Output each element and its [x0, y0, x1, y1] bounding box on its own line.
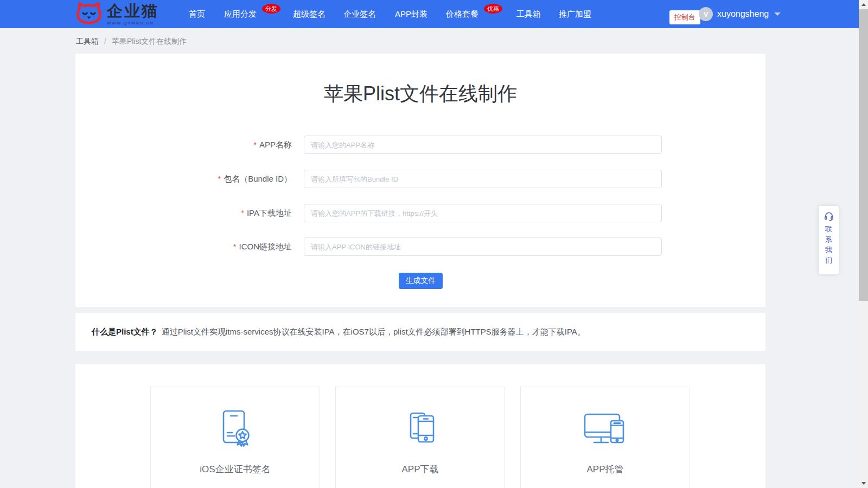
required-asterisk: * [254, 140, 257, 149]
nav-item-promotion[interactable]: 推广加盟 [559, 0, 591, 28]
dual-phones-icon [398, 407, 443, 454]
form-row-icon-url: *ICON链接地址 [75, 237, 765, 256]
info-description: 通过Plist文件实现itms-services协议在线安装IPA，在iOS7以… [162, 327, 585, 337]
bundle-id-label: *包名（Bundle ID） [218, 170, 292, 188]
nav-item-app-distribution[interactable]: 应用分发 [224, 0, 257, 28]
breadcrumb: 工具箱 / 苹果Plist文件在线制作 [76, 37, 187, 47]
ipa-url-label: *IPA下载地址 [241, 204, 292, 222]
feature-label: APP下载 [336, 463, 505, 476]
user-menu[interactable]: V xuyongsheng [699, 0, 781, 28]
generate-file-button[interactable]: 生成文件 [399, 273, 443, 289]
monitor-phone-icon [579, 407, 631, 454]
form-row-app-name: *APP名称 [75, 136, 765, 154]
breadcrumb-toolbox[interactable]: 工具箱 [76, 37, 99, 47]
contact-label-char: 联 [825, 224, 832, 234]
plist-form-card: 苹果Plist文件在线制作 *APP名称 *包名（Bundle ID） *IPA… [75, 54, 765, 307]
nav-item-super-sign[interactable]: 超级签名 [293, 0, 326, 28]
triangle-up-icon [861, 3, 866, 6]
breadcrumb-current: 苹果Plist文件在线制作 [112, 37, 187, 47]
app-name-input[interactable] [304, 136, 662, 154]
triangle-down-icon [861, 482, 866, 485]
avatar: V [699, 7, 713, 21]
app-name-label: *APP名称 [254, 136, 292, 154]
discount-badge: 优惠 [484, 4, 502, 14]
required-asterisk: * [218, 175, 221, 183]
chevron-down-icon [774, 12, 781, 16]
username: xuyongsheng [717, 9, 769, 19]
feature-card-ios-certificate-sign[interactable]: iOS企业证书签名 [150, 387, 320, 488]
breadcrumb-separator: / [104, 37, 106, 47]
scrollbar-thumb[interactable] [859, 9, 868, 301]
form-row-bundle-id: *包名（Bundle ID） [75, 170, 765, 188]
page-title: 苹果Plist文件在线制作 [75, 81, 765, 107]
feature-label: iOS企业证书签名 [151, 463, 320, 476]
nav-item-pricing[interactable]: 价格套餐 [446, 0, 478, 28]
vertical-scrollbar [859, 0, 868, 488]
related-services-section: iOS企业证书签名 APP下载 [75, 364, 765, 488]
plist-info-card: 什么是Plist文件？ 通过Plist文件实现itms-services协议在线… [75, 313, 765, 351]
feature-card-app-hosting[interactable]: APP托管 [520, 387, 690, 488]
info-title: 什么是Plist文件？ [92, 327, 158, 337]
headset-icon [824, 211, 834, 222]
console-button[interactable]: 控制台 [669, 10, 700, 24]
feature-card-app-download[interactable]: APP下载 [335, 387, 505, 488]
top-navbar: 企业猫 WWW.QYMAO.CN 首页 应用分发 超级签名 企业签名 APP封装… [0, 0, 859, 28]
nav-item-enterprise-sign[interactable]: 企业签名 [343, 0, 376, 28]
contact-label-char: 我 [825, 245, 832, 255]
cat-logo-icon [76, 1, 102, 28]
distribution-badge: 分发 [262, 4, 280, 14]
bundle-id-input[interactable] [304, 170, 662, 188]
feature-label: APP托管 [521, 463, 690, 476]
logo-title: 企业猫 [107, 3, 159, 19]
form-row-ipa-url: *IPA下载地址 [75, 204, 765, 222]
contact-label-char: 系 [825, 234, 832, 245]
icon-url-label: *ICON链接地址 [233, 237, 292, 256]
ipa-url-input[interactable] [304, 204, 662, 222]
contact-us-widget[interactable]: 联 系 我 们 [819, 206, 839, 274]
scroll-up-button[interactable] [859, 0, 868, 9]
nav-item-app-package[interactable]: APP封装 [395, 0, 427, 28]
scroll-down-button[interactable] [859, 479, 868, 488]
logo-subtitle: WWW.QYMAO.CN [107, 21, 159, 25]
required-asterisk: * [233, 242, 236, 251]
contact-label-char: 们 [825, 255, 832, 265]
nav-item-home[interactable]: 首页 [189, 0, 205, 28]
nav-item-toolbox[interactable]: 工具箱 [516, 0, 541, 28]
icon-url-input[interactable] [304, 237, 662, 256]
certificate-star-icon [213, 407, 258, 454]
required-asterisk: * [241, 209, 244, 217]
logo[interactable]: 企业猫 WWW.QYMAO.CN [76, 2, 159, 27]
